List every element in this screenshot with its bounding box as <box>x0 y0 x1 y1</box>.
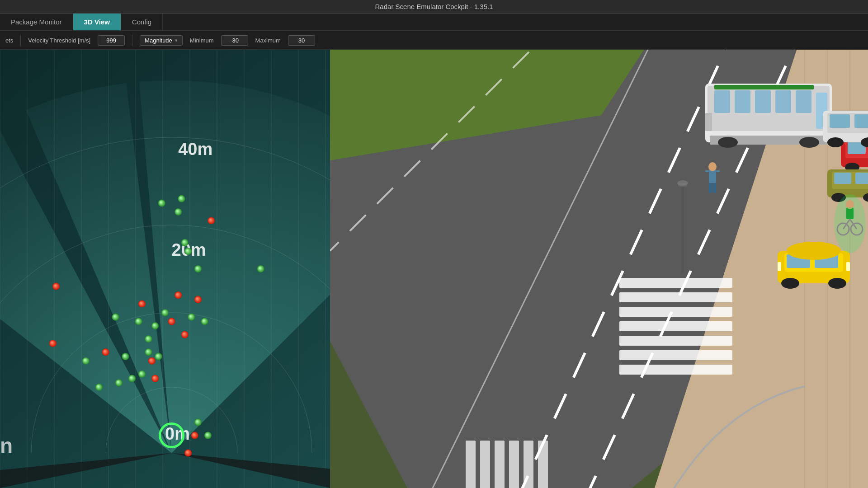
svg-point-61 <box>828 278 846 289</box>
svg-rect-34 <box>714 85 814 89</box>
svg-rect-11 <box>619 307 732 317</box>
velocity-threshold-label: Velocity Threshold [m/s] <box>28 37 90 44</box>
svg-rect-52 <box>855 173 868 184</box>
svg-point-47 <box>827 137 844 147</box>
minimum-label: Minimum <box>190 37 214 44</box>
svg-rect-33 <box>705 113 712 131</box>
maximum-label: Maximum <box>255 37 281 44</box>
svg-rect-16 <box>466 441 476 488</box>
scene-svg <box>330 50 868 488</box>
tab-config[interactable]: Config <box>121 14 163 30</box>
toolbar-separator-1 <box>20 35 21 46</box>
svg-rect-78 <box>846 207 854 219</box>
svg-rect-10 <box>619 292 732 302</box>
svg-rect-66 <box>709 183 712 193</box>
svg-point-60 <box>781 278 799 289</box>
maximum-input[interactable] <box>288 35 315 46</box>
svg-rect-17 <box>480 441 490 488</box>
svg-point-36 <box>799 137 819 148</box>
radar-canvas <box>0 50 330 488</box>
svg-rect-28 <box>755 90 771 113</box>
svg-rect-20 <box>524 441 533 488</box>
magnitude-chevron-icon: ▾ <box>175 38 178 43</box>
tabbar: Package Monitor 3D View Config <box>0 14 868 31</box>
minimum-input[interactable] <box>221 35 248 46</box>
svg-rect-27 <box>735 90 750 113</box>
titlebar: Radar Scene Emulator Cockpit - 1.35.1 <box>0 0 868 14</box>
svg-rect-67 <box>713 183 716 193</box>
tab-3d-view[interactable]: 3D View <box>73 14 121 30</box>
radar-panel <box>0 50 330 488</box>
svg-rect-15 <box>619 365 732 375</box>
svg-rect-69 <box>716 170 720 172</box>
svg-rect-51 <box>834 173 851 184</box>
svg-rect-9 <box>619 278 732 288</box>
svg-rect-26 <box>714 90 730 113</box>
svg-rect-83 <box>681 183 684 273</box>
toolbar-separator-2 <box>132 35 132 46</box>
svg-rect-45 <box>830 114 850 128</box>
scene-panel <box>330 50 868 488</box>
svg-rect-62 <box>778 262 781 271</box>
main-content <box>0 50 868 488</box>
magnitude-label: Magnitude <box>145 37 172 44</box>
magnitude-dropdown[interactable]: Magnitude ▾ <box>140 35 183 46</box>
svg-rect-30 <box>796 90 811 113</box>
svg-rect-19 <box>509 441 519 488</box>
svg-rect-13 <box>619 336 732 346</box>
toolbar: ets Velocity Threshold [m/s] Magnitude ▾… <box>0 31 868 50</box>
tab-package-monitor[interactable]: Package Monitor <box>0 14 73 30</box>
svg-rect-68 <box>705 170 709 172</box>
svg-rect-29 <box>775 90 791 113</box>
svg-rect-18 <box>495 441 505 488</box>
svg-rect-21 <box>538 441 548 488</box>
svg-rect-46 <box>854 114 868 128</box>
svg-rect-64 <box>709 169 716 183</box>
svg-point-85 <box>677 180 688 186</box>
svg-rect-14 <box>619 350 732 360</box>
svg-point-35 <box>718 137 738 148</box>
svg-rect-12 <box>619 321 732 331</box>
app-title: Radar Scene Emulator Cockpit - 1.35.1 <box>375 3 493 10</box>
svg-rect-63 <box>846 262 850 271</box>
svg-point-65 <box>708 162 717 171</box>
targets-label: ets <box>5 37 13 44</box>
velocity-threshold-input[interactable] <box>98 35 125 46</box>
svg-point-59 <box>787 242 841 260</box>
